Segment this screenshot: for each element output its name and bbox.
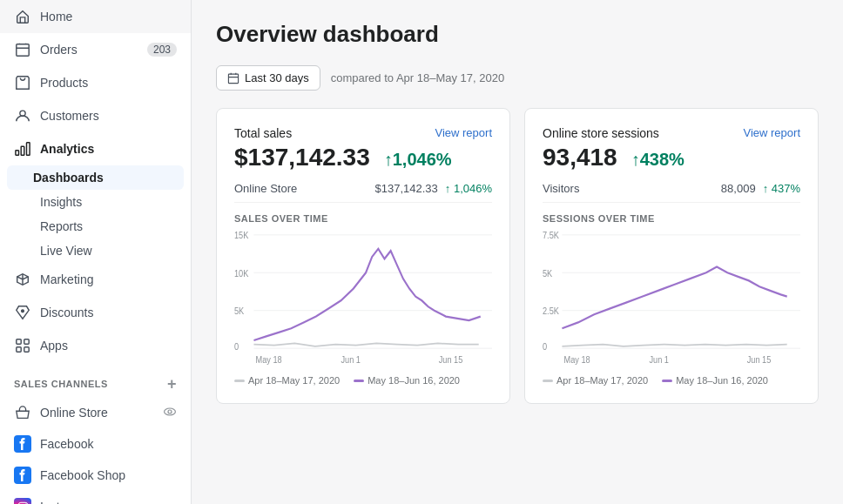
total-sales-big-number: $137,142.33 [234, 144, 370, 171]
svg-rect-6 [17, 339, 21, 344]
sidebar-item-home[interactable]: Home [0, 0, 191, 33]
svg-rect-7 [24, 339, 29, 344]
svg-text:May 18: May 18 [563, 355, 590, 366]
total-sales-sub-row: Online Store $137,142.33 ↑ 1,046% [234, 182, 492, 203]
svg-text:2.5K: 2.5K [543, 306, 559, 317]
channel-facebook-label: Facebook [40, 437, 93, 451]
orders-badge: 203 [147, 43, 177, 57]
sales-legend-curr-label: May 18–Jun 16, 2020 [368, 375, 460, 386]
sidebar-item-products[interactable]: Products [0, 66, 191, 99]
sessions-title: Online store sessions [543, 126, 659, 140]
sessions-card: Online store sessions View report 93,418… [524, 108, 819, 404]
sidebar-sub-reports[interactable]: Reports [0, 214, 191, 239]
svg-text:7.5K: 7.5K [543, 231, 559, 241]
sidebar-item-analytics[interactable]: Analytics [0, 132, 191, 165]
sales-chart-title: SALES OVER TIME [234, 213, 492, 224]
svg-rect-2 [16, 151, 19, 155]
legend-dot-curr [354, 380, 364, 382]
total-sales-card: Total sales View report $137,142.33 ↑1,0… [216, 108, 510, 404]
svg-text:Jun 1: Jun 1 [649, 355, 668, 366]
svg-text:5K: 5K [234, 306, 245, 317]
sidebar: Home Orders 203 Products Cus [0, 0, 192, 504]
analytics-icon [14, 140, 31, 158]
sidebar-item-customers-label: Customers [40, 109, 99, 123]
channel-facebook[interactable]: Facebook [0, 428, 191, 460]
sidebar-item-discounts[interactable]: Discounts [0, 296, 191, 329]
sessions-legend-curr: May 18–Jun 16, 2020 [662, 375, 768, 386]
sessions-sub-val: 88,009 [721, 182, 756, 195]
sub-store-label: Online Store [234, 182, 297, 195]
customers-icon [14, 107, 31, 124]
channel-facebook-shop-label: Facebook Shop [40, 468, 125, 482]
svg-text:0: 0 [543, 342, 548, 353]
store-icon [14, 404, 31, 421]
sessions-view-report[interactable]: View report [743, 126, 800, 139]
orders-icon [14, 41, 31, 58]
sidebar-sub-dashboards-label: Dashboards [33, 171, 104, 185]
sessions-chart-title: SESSIONS OVER TIME [543, 213, 800, 224]
svg-rect-8 [17, 347, 21, 352]
sales-legend-prev: Apr 18–May 17, 2020 [234, 375, 340, 386]
sessions-sub-row: Visitors 88,009 ↑ 437% [543, 182, 800, 203]
svg-text:5K: 5K [543, 268, 553, 279]
sub-store-val: $137,142.33 [375, 182, 438, 195]
svg-point-5 [22, 310, 24, 312]
channel-online-store-label: Online Store [40, 406, 108, 420]
facebook-shop-icon [14, 467, 31, 484]
sales-channels-section: SALES CHANNELS + [0, 362, 191, 397]
total-sales-title: Total sales [234, 126, 292, 140]
sessions-chart-legend: Apr 18–May 17, 2020 May 18–Jun 16, 2020 [543, 375, 800, 386]
sessions-percent: ↑438% [631, 150, 685, 170]
legend-dot-prev [234, 380, 245, 382]
sales-chart: 15K 10K 5K 0 May 18 Jun 1 Jun 15 [234, 229, 492, 368]
channel-instagram[interactable]: Instagram [0, 491, 191, 504]
apps-icon [14, 337, 31, 354]
sidebar-sub-dashboards[interactable]: Dashboards [7, 165, 184, 190]
total-sales-percent: ↑1,046% [384, 150, 452, 170]
sub-store-pct: ↑ 1,046% [445, 182, 492, 195]
channel-online-store[interactable]: Online Store [0, 397, 191, 428]
discounts-icon [14, 304, 31, 321]
date-range-button[interactable]: Last 30 days [216, 65, 320, 91]
svg-text:May 18: May 18 [255, 355, 281, 366]
sales-channels-label: SALES CHANNELS [14, 379, 108, 389]
products-icon [14, 74, 31, 91]
marketing-icon [14, 271, 31, 288]
cards-row: Total sales View report $137,142.33 ↑1,0… [216, 108, 819, 404]
home-icon [14, 8, 31, 25]
sessions-big-number: 93,418 [543, 144, 617, 171]
sidebar-sub-liveview-label: Live View [40, 244, 92, 258]
date-range-label: Last 30 days [245, 71, 309, 84]
svg-text:Jun 1: Jun 1 [341, 355, 360, 366]
sidebar-item-apps[interactable]: Apps [0, 329, 191, 362]
sidebar-item-marketing[interactable]: Marketing [0, 263, 191, 296]
svg-text:0: 0 [234, 342, 239, 353]
instagram-icon [14, 498, 31, 504]
total-sales-header: Total sales View report [234, 126, 492, 140]
channel-facebook-shop[interactable]: Facebook Shop [0, 460, 191, 491]
sidebar-sub-liveview[interactable]: Live View [0, 239, 191, 263]
sessions-legend-prev-label: Apr 18–May 17, 2020 [556, 375, 648, 386]
svg-rect-9 [24, 347, 29, 352]
facebook-icon [14, 435, 31, 453]
svg-rect-0 [17, 44, 29, 56]
sessions-sub-label: Visitors [543, 182, 579, 195]
svg-text:Jun 15: Jun 15 [747, 355, 772, 366]
svg-rect-4 [27, 143, 30, 155]
sessions-legend-dot-prev [543, 380, 553, 382]
sidebar-sub-insights[interactable]: Insights [0, 190, 191, 214]
sessions-legend-dot-curr [662, 380, 672, 382]
svg-text:Jun 15: Jun 15 [439, 355, 463, 366]
sidebar-sub-reports-label: Reports [40, 219, 83, 233]
sidebar-item-customers[interactable]: Customers [0, 99, 191, 132]
svg-point-10 [165, 408, 176, 415]
sidebar-item-analytics-label: Analytics [40, 142, 94, 156]
add-channel-button[interactable]: + [167, 376, 177, 392]
svg-text:15K: 15K [234, 231, 249, 241]
page-title: Overview dashboard [216, 21, 819, 48]
sidebar-item-orders[interactable]: Orders 203 [0, 33, 191, 66]
eye-icon[interactable] [163, 405, 177, 421]
total-sales-view-report[interactable]: View report [435, 126, 492, 139]
date-comparison: compared to Apr 18–May 17, 2020 [331, 71, 504, 84]
sessions-header: Online store sessions View report [543, 126, 800, 140]
